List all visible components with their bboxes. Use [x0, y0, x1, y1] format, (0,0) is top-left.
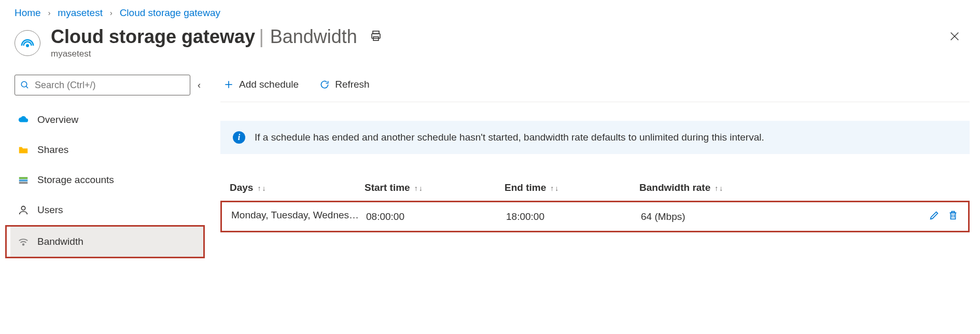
column-header-start-time[interactable]: Start time↑↓	[365, 182, 505, 193]
sort-icon: ↑↓	[257, 184, 267, 192]
gateway-icon	[15, 30, 40, 56]
wifi-icon	[18, 236, 29, 247]
storage-icon	[18, 174, 29, 186]
edit-icon[interactable]	[929, 210, 940, 224]
table-row[interactable]: Monday, Tuesday, Wednesd… 08:00:00 18:00…	[222, 202, 968, 231]
user-icon	[18, 204, 29, 216]
cell-start-time: 08:00:00	[366, 211, 506, 222]
refresh-icon	[319, 79, 330, 90]
cloud-icon	[18, 114, 29, 126]
sidebar-item-overview[interactable]: Overview	[10, 105, 205, 135]
sidebar-item-label: Overview	[37, 114, 78, 126]
svg-point-6	[21, 81, 27, 87]
page-header: Cloud storage gateway | Bandwidth myaset…	[0, 24, 980, 75]
sidebar: ‹‹ Overview Shares Storage accounts User…	[10, 75, 205, 258]
sidebar-item-shares[interactable]: Shares	[10, 135, 205, 165]
sidebar-item-users[interactable]: Users	[10, 195, 205, 225]
sort-icon: ↑↓	[550, 184, 559, 192]
svg-point-0	[26, 44, 29, 47]
refresh-button[interactable]: Refresh	[316, 77, 373, 92]
svg-rect-15	[950, 213, 955, 219]
breadcrumb: Home › myasetest › Cloud storage gateway	[0, 0, 980, 24]
search-input[interactable]	[15, 75, 190, 95]
folder-icon	[18, 144, 29, 156]
column-header-bandwidth-rate[interactable]: Bandwidth rate↑↓	[639, 182, 914, 193]
sort-icon: ↑↓	[715, 184, 724, 192]
search-field[interactable]	[34, 79, 185, 91]
sidebar-item-label: Bandwidth	[37, 236, 83, 247]
sidebar-item-bandwidth[interactable]: Bandwidth	[10, 227, 203, 257]
delete-icon[interactable]	[947, 210, 959, 224]
resource-subtitle: myasetest	[51, 49, 944, 59]
cell-days: Monday, Tuesday, Wednesd…	[231, 210, 361, 221]
column-header-days[interactable]: Days↑↓	[230, 182, 365, 193]
title-block: Cloud storage gateway | Bandwidth myaset…	[51, 26, 944, 59]
breadcrumb-home[interactable]: Home	[15, 7, 41, 19]
cell-end-time: 18:00:00	[506, 211, 641, 222]
svg-rect-8	[19, 177, 28, 179]
close-icon[interactable]	[944, 26, 965, 49]
sort-icon: ↑↓	[414, 184, 424, 192]
info-icon: i	[233, 131, 245, 144]
column-header-end-time[interactable]: End time↑↓	[505, 182, 639, 193]
breadcrumb-resource[interactable]: myasetest	[58, 7, 103, 19]
search-icon	[20, 80, 30, 90]
page-title: Cloud storage gateway	[51, 26, 255, 47]
breadcrumb-current[interactable]: Cloud storage gateway	[120, 7, 220, 19]
toolbar: Add schedule Refresh	[220, 75, 970, 102]
info-message: If a schedule has ended and another sche…	[255, 132, 764, 143]
sidebar-item-label: Storage accounts	[37, 174, 114, 186]
plus-icon	[223, 79, 234, 90]
add-schedule-label: Add schedule	[239, 79, 299, 90]
print-icon[interactable]	[370, 30, 382, 45]
page-section: Bandwidth	[270, 26, 357, 47]
refresh-label: Refresh	[335, 79, 370, 90]
cell-bandwidth-rate: 64 (Mbps)	[641, 211, 912, 222]
svg-line-7	[26, 86, 28, 88]
svg-point-11	[21, 206, 25, 210]
main-content: Add schedule Refresh i If a schedule has…	[205, 75, 970, 258]
chevron-right-icon: ›	[48, 9, 51, 17]
sidebar-item-storage-accounts[interactable]: Storage accounts	[10, 165, 205, 195]
add-schedule-button[interactable]: Add schedule	[220, 77, 302, 92]
sidebar-item-label: Users	[37, 204, 63, 216]
chevron-right-icon: ›	[110, 9, 113, 17]
svg-rect-9	[19, 179, 28, 182]
table-header: Days↑↓ Start time↑↓ End time↑↓ Bandwidth…	[220, 175, 970, 201]
toolbar-divider	[220, 102, 970, 102]
svg-point-12	[23, 244, 24, 245]
svg-rect-10	[19, 182, 28, 184]
info-banner: i If a schedule has ended and another sc…	[220, 121, 970, 154]
collapse-sidebar-icon[interactable]: ‹‹	[198, 80, 201, 91]
sidebar-item-label: Shares	[37, 144, 68, 156]
